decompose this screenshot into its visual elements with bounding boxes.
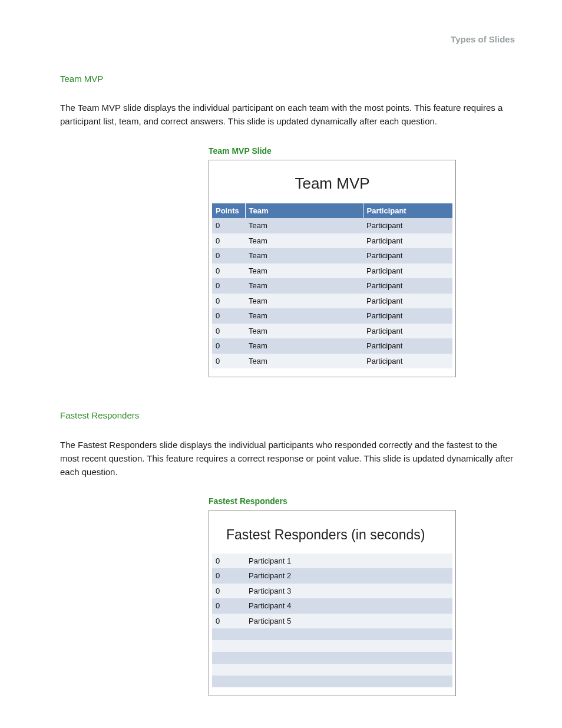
cell-team: Team: [245, 233, 363, 249]
cell-team: Team: [245, 294, 363, 309]
cell-points: 0: [212, 248, 245, 263]
table-header-row: Points Team Participant: [212, 203, 452, 219]
cell-points: 0: [212, 354, 245, 369]
table-row: 0TeamParticipant: [212, 218, 452, 233]
cell-participant: [245, 640, 452, 652]
cell-participant: Participant: [363, 278, 452, 294]
cell-participant: Participant: [363, 338, 452, 354]
cell-participant: Participant 2: [245, 568, 452, 584]
table-row: [212, 652, 452, 664]
table-row: 0TeamParticipant: [212, 278, 452, 294]
cell-participant: Participant 4: [245, 598, 452, 614]
cell-team: Team: [245, 248, 363, 263]
cell-team: Team: [245, 218, 363, 233]
cell-seconds: 0: [212, 614, 245, 629]
cell-team: Team: [245, 338, 363, 354]
cell-participant: Participant 5: [245, 614, 452, 629]
slide-preview-fastest-responders: Fastest Responders (in seconds) 0Partici…: [209, 510, 456, 696]
table-row: [212, 676, 452, 687]
table-row: 0TeamParticipant: [212, 354, 452, 369]
section-heading-fastest-responders: Fastest Responders: [60, 409, 515, 423]
cell-points: 0: [212, 218, 245, 233]
fastest-responders-table: 0Participant 1 0Participant 2 0Participa…: [212, 554, 452, 688]
cell-participant: Participant: [363, 294, 452, 309]
table-row: 0TeamParticipant: [212, 308, 452, 324]
cell-participant: Participant: [363, 263, 452, 279]
table-row: 0TeamParticipant: [212, 248, 452, 263]
table-row: [212, 664, 452, 676]
cell-participant: [245, 676, 452, 687]
table-row: 0TeamParticipant: [212, 324, 452, 339]
table-header-participant: Participant: [363, 203, 452, 219]
cell-seconds: [212, 664, 245, 676]
table-row: 0Participant 1: [212, 554, 452, 569]
cell-points: 0: [212, 338, 245, 354]
cell-participant: [245, 664, 452, 676]
cell-participant: Participant 3: [245, 584, 452, 599]
figure-fastest-responders: Fastest Responders Fastest Responders (i…: [209, 495, 456, 696]
team-mvp-table: Points Team Participant 0TeamParticipant…: [212, 203, 452, 369]
cell-seconds: [212, 652, 245, 664]
table-row: 0Participant 5: [212, 614, 452, 629]
section-heading-team-mvp: Team MVP: [60, 73, 515, 86]
cell-participant: Participant: [363, 354, 452, 369]
cell-points: 0: [212, 278, 245, 294]
cell-seconds: 0: [212, 554, 245, 569]
table-row: 0TeamParticipant: [212, 294, 452, 309]
cell-points: 0: [212, 308, 245, 324]
cell-participant: Participant: [363, 248, 452, 263]
table-row: 0TeamParticipant: [212, 338, 452, 354]
cell-points: 0: [212, 294, 245, 309]
table-row: 0Participant 2: [212, 568, 452, 584]
slide-title-team-mvp: Team MVP: [212, 172, 452, 195]
cell-team: Team: [245, 278, 363, 294]
table-row: [212, 628, 452, 640]
table-row: 0Participant 4: [212, 598, 452, 614]
figure-team-mvp: Team MVP Slide Team MVP Points Team Part…: [209, 145, 456, 378]
cell-participant: [245, 628, 452, 640]
cell-participant: Participant: [363, 233, 452, 249]
cell-team: Team: [245, 354, 363, 369]
cell-seconds: [212, 628, 245, 640]
table-header-points: Points: [212, 203, 245, 219]
section-paragraph-team-mvp: The Team MVP slide displays the individu…: [60, 101, 515, 129]
table-row: [212, 640, 452, 652]
cell-team: Team: [245, 324, 363, 339]
cell-seconds: 0: [212, 598, 245, 614]
cell-participant: [245, 652, 452, 664]
cell-seconds: [212, 676, 245, 687]
cell-points: 0: [212, 233, 245, 249]
section-paragraph-fastest-responders: The Fastest Responders slide displays th…: [60, 438, 515, 479]
cell-team: Team: [245, 308, 363, 324]
cell-participant: Participant: [363, 308, 452, 324]
cell-team: Team: [245, 263, 363, 279]
figure-caption-fastest-responders: Fastest Responders: [209, 495, 456, 508]
cell-participant: Participant 1: [245, 554, 452, 569]
cell-points: 0: [212, 263, 245, 279]
cell-points: 0: [212, 324, 245, 339]
slide-preview-team-mvp: Team MVP Points Team Participant 0TeamPa…: [209, 160, 456, 378]
table-header-team: Team: [245, 203, 363, 219]
cell-participant: Participant: [363, 218, 452, 233]
cell-seconds: 0: [212, 584, 245, 599]
table-row: 0Participant 3: [212, 584, 452, 599]
cell-participant: Participant: [363, 324, 452, 339]
slide-title-fastest-responders: Fastest Responders (in seconds): [226, 525, 452, 545]
table-row: 0TeamParticipant: [212, 263, 452, 279]
page-header-topic: Types of Slides: [60, 33, 515, 47]
table-row: 0TeamParticipant: [212, 233, 452, 249]
cell-seconds: 0: [212, 568, 245, 584]
cell-seconds: [212, 640, 245, 652]
figure-caption-team-mvp: Team MVP Slide: [209, 145, 456, 157]
